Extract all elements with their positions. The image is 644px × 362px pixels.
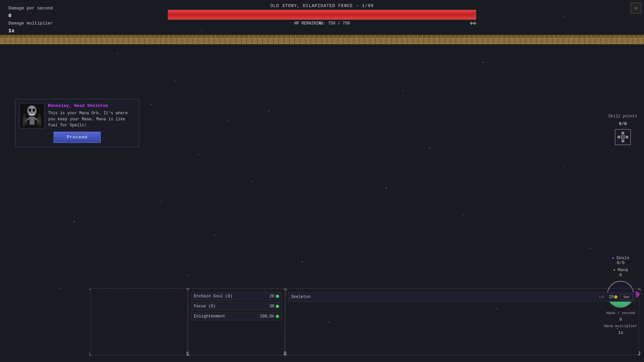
panel-left: ⌐ ¬ L J: [91, 288, 188, 355]
damage-per-second-value: 0: [8, 12, 53, 20]
corner-bl: L: [89, 352, 92, 357]
hp-section: OLD STONY, DILAPIDATED FENCE – 1/99 ✤ ✤✤…: [168, 3, 476, 26]
mana-dot-enlightenment: [276, 315, 279, 318]
spells-panel: ⌐ ¬ L J Enchain Soul (0) 20 Focus (0) 30…: [188, 288, 285, 355]
damage-per-second-label: Damage per second: [8, 5, 53, 12]
spell-name-focus: Focus (0): [194, 304, 270, 309]
enemies-corner-tl: ⌐: [283, 287, 286, 292]
skill-points-label: Skill points: [608, 114, 637, 119]
spells-corner-bl: L: [186, 351, 190, 357]
enemies-corner-br: J: [637, 351, 641, 357]
souls-section: ♦ Souls 0/0: [612, 255, 629, 265]
damage-multiplier-label: Damage multiplier: [8, 20, 53, 27]
svg-rect-16: [622, 136, 624, 138]
mana-dot-focus: [276, 305, 279, 308]
svg-rect-14: [626, 136, 628, 138]
gold-dot: [614, 295, 618, 299]
target-name: OLD STONY, DILAPIDATED FENCE – 1/99: [270, 3, 374, 8]
enemies-corner-bl: L: [283, 351, 287, 357]
svg-rect-11: [622, 132, 624, 134]
dialog-avatar: [19, 103, 45, 128]
svg-point-3: [33, 109, 35, 112]
right-stats-panel: Skill points 0/0: [608, 114, 637, 145]
enemy-name-skeleton: Skeleton: [291, 295, 599, 299]
spell-row-enlightenment[interactable]: Enlightenment 100,0k: [191, 312, 282, 320]
spell-cost-enchain: 20: [270, 294, 274, 299]
enemies-panel: ⌐ ¬ L J Skeleton 1 9 10 Sac: [285, 288, 639, 355]
mana-value: 0: [613, 273, 628, 278]
svg-point-2: [29, 109, 31, 112]
damage-multiplier-value: 1x: [8, 27, 53, 35]
mana-label: Mana: [618, 267, 628, 273]
skill-points-value: 0/0: [619, 121, 627, 126]
dialog-speaker: Bonesley, Head Skeleton: [48, 103, 135, 108]
skill-icon[interactable]: [615, 129, 631, 145]
dialog-box: Bonesley, Head Skeleton This is your Man…: [15, 99, 139, 147]
svg-rect-12: [622, 140, 624, 142]
spell-name-enlightenment: Enlightenment: [194, 314, 260, 319]
enemy-count: 10: [609, 295, 613, 299]
enemies-corner-tr: ¬: [637, 287, 641, 293]
svg-rect-6: [31, 114, 33, 115]
enemy-souls-digit: 9: [602, 295, 604, 299]
mana-icon: ●: [613, 268, 618, 272]
svg-rect-5: [29, 114, 31, 115]
player-stats: Damage per second 0 Damage multiplier 1x: [8, 5, 53, 35]
svg-rect-8: [30, 117, 35, 125]
hp-bar-container: [168, 10, 476, 20]
svg-rect-7: [33, 114, 35, 115]
dialog-text: This is your Mana Orb. It's where you ke…: [48, 110, 135, 128]
spell-cost-enlightenment: 100,0k: [260, 314, 274, 319]
enemy-count-spacer: [604, 295, 607, 299]
souls-label: Souls: [616, 255, 630, 260]
fence-bar: [0, 37, 644, 44]
sac-button[interactable]: Sac: [620, 294, 633, 300]
souls-value: 0/0: [612, 260, 629, 265]
dialog-content: Bonesley, Head Skeleton This is your Man…: [48, 103, 135, 128]
spells-corner-tl: ⌐: [186, 287, 189, 292]
bottom-panels: ⌐ ¬ L J ⌐ ¬ L J Enchain Soul (0) 20 Focu…: [91, 288, 639, 355]
spell-row-enchain[interactable]: Enchain Soul (0) 20: [191, 292, 282, 300]
corner-tl: ⌐: [89, 287, 92, 292]
soul-cost: 10: [609, 295, 618, 299]
svg-rect-13: [618, 136, 620, 138]
settings-icon[interactable]: ⊡: [631, 3, 641, 13]
skull-icon-left: ✤: [319, 20, 322, 26]
spell-name-enchain: Enchain Soul (0): [194, 294, 270, 299]
svg-point-4: [31, 112, 33, 113]
spell-row-focus[interactable]: Focus (0) 30: [191, 302, 282, 310]
hp-bar-fill: [168, 10, 476, 19]
skull-icon-right: ✤✤: [470, 20, 476, 26]
dialog-header: Bonesley, Head Skeleton This is your Man…: [19, 103, 135, 128]
mana-section: ● Mana 0: [613, 267, 628, 278]
enemy-souls-icon: 1: [599, 295, 601, 299]
souls-icon: ♦: [612, 256, 616, 260]
enemy-row-skeleton[interactable]: Skeleton 1 9 10 Sac: [288, 292, 636, 302]
proceed-button[interactable]: Proceed: [54, 132, 101, 143]
mana-dot-enchain: [276, 295, 279, 298]
spell-cost-focus: 30: [270, 304, 274, 309]
